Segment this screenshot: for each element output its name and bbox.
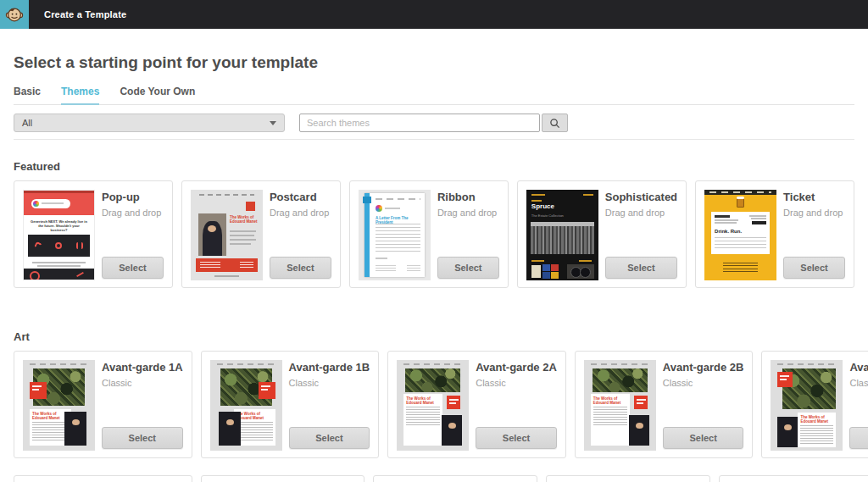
- template-card: Croft Fair 1C: [546, 475, 710, 482]
- template-subtitle: Classic: [289, 378, 370, 388]
- template-title: Postcard: [270, 191, 331, 203]
- thumb-manet-title: The Works of Edouard Manet: [800, 415, 833, 424]
- template-title: Avant-garde 2A: [476, 361, 557, 374]
- page-title: Select a starting point for your templat…: [14, 53, 854, 72]
- template-thumbnail-popup: Genertech NEXT. We already live in the f…: [23, 190, 95, 280]
- template-title: Sophisticated: [605, 191, 677, 203]
- template-subtitle: Drag and drop: [102, 208, 164, 218]
- template-title: Ticket: [783, 191, 845, 203]
- category-dropdown-value: All: [22, 118, 32, 128]
- template-thumbnail-ticket: Drink. Run.: [704, 190, 776, 280]
- divider: [14, 139, 854, 140]
- portrait-art: [777, 417, 798, 447]
- select-button[interactable]: Select: [663, 427, 744, 449]
- template-title: Avant-garde 3A: [849, 361, 868, 374]
- template-title: Pop-up: [102, 191, 164, 203]
- portrait-art: [219, 412, 241, 446]
- thumb-spruce-title: Spruce: [531, 202, 554, 210]
- template-thumbnail-avant-garde: The Works of Edouard Manet: [210, 360, 282, 451]
- tab-basic[interactable]: Basic: [14, 86, 41, 104]
- portrait-art: [198, 213, 226, 256]
- tab-themes[interactable]: Themes: [61, 86, 99, 105]
- portrait-art: [442, 415, 462, 446]
- city-photo: [531, 222, 594, 254]
- freddie-logo-icon[interactable]: [0, 0, 29, 29]
- thumb-spruce-sub: The Estate Collection: [531, 213, 564, 218]
- thumb-drink-run: Drink. Run.: [715, 229, 742, 234]
- template-card: A Letter From The President Ribbon Drag …: [349, 180, 509, 288]
- records-photo: [567, 264, 594, 279]
- portrait-art: [64, 412, 86, 446]
- template-title: Avant-garde 1B: [289, 361, 370, 374]
- section-label-art: Art: [14, 330, 854, 343]
- thumb-manet-title: The Works of Edouard Manet: [230, 215, 259, 224]
- template-card: The Works of Edouard Manet Avant-garde 2…: [387, 351, 566, 458]
- template-subtitle: Drag and drop: [270, 208, 331, 218]
- thumb-headline: Genertech NEXT. We already live in the f…: [31, 219, 87, 232]
- template-subtitle: Classic: [476, 378, 557, 388]
- select-button[interactable]: Select: [270, 257, 331, 279]
- template-thumbnail-avant-garde: The Works of Edouard Manet: [397, 360, 469, 451]
- template-card: The Works of Edouard Manet Avant-garde 2…: [575, 351, 754, 458]
- template-card: Drink. Run. Ticket Drag and drop Select: [695, 180, 854, 288]
- filter-row: All: [14, 114, 854, 132]
- template-thumbnail-sophisticated: Spruce The Estate Collection: [526, 190, 598, 280]
- topbar: Create a Template: [0, 0, 868, 29]
- category-dropdown[interactable]: All: [14, 114, 285, 132]
- tab-code-your-own[interactable]: Code Your Own: [120, 86, 195, 104]
- template-card: The Works of Edouard Manet Avant-garde 3…: [761, 351, 868, 458]
- thumb-manet-title: The Works of Edouard Manet: [32, 412, 69, 420]
- template-card: Spruce The Estate Collection Sophisticat…: [517, 180, 687, 288]
- search-button[interactable]: [542, 114, 568, 132]
- template-thumbnail-postcard: The Works of Edouard Manet: [191, 190, 263, 280]
- template-card: Croft Fair 1A: [201, 475, 365, 482]
- select-button[interactable]: Select: [289, 427, 370, 449]
- portrait-art: [629, 415, 649, 446]
- art-grid: The Works of Edouard Manet Avant-garde 1…: [14, 351, 854, 458]
- template-subtitle: Drag and drop: [605, 208, 677, 218]
- select-button[interactable]: Select: [102, 427, 183, 449]
- template-subtitle: Classic: [102, 378, 183, 388]
- caret-down-icon: [270, 121, 276, 125]
- template-card: Croft Fair 1B: [373, 475, 537, 482]
- template-subtitle: Classic: [849, 378, 868, 388]
- thumb-manet-title: The Works of Edouard Manet: [406, 396, 440, 405]
- template-thumbnail-ribbon: A Letter From The President: [359, 190, 431, 280]
- select-button[interactable]: Select: [102, 257, 164, 279]
- template-thumbnail-avant-garde: The Works of Edouard Manet: [584, 360, 656, 451]
- thumb-manet-title: The Works of Edouard Manet: [236, 412, 273, 420]
- partial-grid: Avant-garde 3B Croft Fair 1A Croft Fair …: [14, 475, 854, 482]
- thumb-manet-title: The Works of Edouard Manet: [593, 396, 627, 405]
- garden-painting: [593, 368, 648, 392]
- select-button[interactable]: Select: [783, 257, 845, 279]
- template-subtitle: Drag and drop: [783, 208, 845, 218]
- search-icon: [549, 118, 560, 129]
- search-bar: [299, 114, 568, 132]
- select-button[interactable]: Select: [849, 427, 868, 449]
- template-card: The Works of Edouard Manet Avant-garde 1…: [201, 351, 380, 458]
- template-card: Multi Postcard: [719, 475, 868, 482]
- tab-bar: Basic Themes Code Your Own: [14, 86, 854, 105]
- search-input[interactable]: [299, 114, 540, 132]
- topbar-title: Create a Template: [44, 9, 126, 19]
- select-button[interactable]: Select: [605, 257, 677, 279]
- garden-painting: [405, 368, 460, 392]
- template-title: Avant-garde 2B: [663, 361, 744, 374]
- select-button[interactable]: Select: [476, 427, 557, 449]
- template-title: Avant-garde 1A: [102, 361, 183, 374]
- template-thumbnail-avant-garde: The Works of Edouard Manet: [23, 360, 95, 451]
- template-subtitle: Drag and drop: [437, 208, 499, 218]
- featured-grid: Genertech NEXT. We already live in the f…: [14, 180, 854, 288]
- beer-glass-icon: [737, 198, 744, 208]
- template-title: Ribbon: [437, 191, 499, 203]
- select-button[interactable]: Select: [437, 257, 499, 279]
- template-card: The Works of Edouard Manet Postcard Drag…: [181, 180, 341, 288]
- template-thumbnail-avant-garde: The Works of Edouard Manet: [771, 360, 843, 451]
- template-subtitle: Classic: [663, 378, 744, 388]
- template-card: Avant-garde 3B: [14, 475, 192, 482]
- template-card: The Works of Edouard Manet Avant-garde 1…: [14, 351, 192, 458]
- template-card: Genertech NEXT. We already live in the f…: [14, 180, 173, 288]
- section-label-featured: Featured: [14, 160, 854, 173]
